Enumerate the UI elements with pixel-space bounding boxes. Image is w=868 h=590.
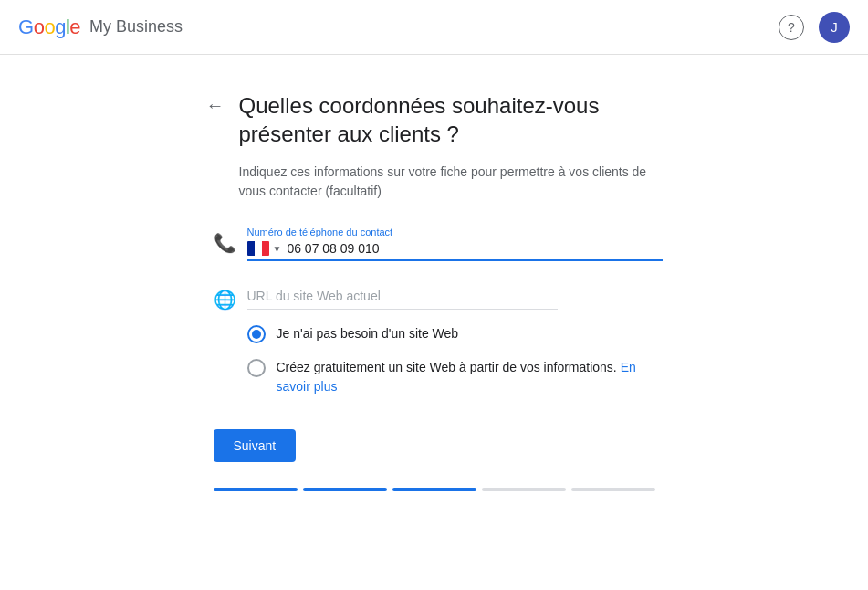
- website-options: Je n'ai pas besoin d'un site Web Créez g…: [247, 283, 663, 411]
- logo-g-blue: G: [18, 16, 34, 39]
- radio-no-site-circle[interactable]: [247, 325, 266, 343]
- progress-bar: [206, 488, 663, 491]
- website-row: 🌐 Je n'ai pas besoin d'un site Web: [214, 283, 663, 411]
- progress-segment-2: [303, 488, 387, 491]
- form-container: ← Quelles coordonnées souhaitez-vous pré…: [206, 91, 663, 491]
- progress-segment-5: [571, 488, 655, 491]
- header-right: ? J: [779, 12, 850, 43]
- header: Google My Business ? J: [0, 0, 868, 55]
- phone-label: Numéro de téléphone du contact: [247, 227, 663, 237]
- radio-no-site[interactable]: Je n'ai pas besoin d'un site Web: [247, 324, 663, 343]
- main-content: ← Quelles coordonnées souhaitez-vous pré…: [0, 55, 868, 491]
- country-selector[interactable]: ▼: [247, 241, 282, 256]
- logo-o-red: o: [34, 16, 45, 39]
- avatar[interactable]: J: [819, 12, 850, 43]
- title-row: ← Quelles coordonnées souhaitez-vous pré…: [206, 91, 663, 148]
- progress-segment-1: [214, 488, 298, 491]
- back-button[interactable]: ←: [206, 95, 225, 116]
- page-subtitle: Indiquez ces informations sur votre fich…: [239, 163, 663, 201]
- url-input-group: [247, 283, 663, 310]
- header-title: My Business: [89, 17, 183, 37]
- logo-g2-blue: g: [55, 16, 66, 39]
- chevron-down-icon: ▼: [273, 244, 282, 254]
- phone-input-row: ▼: [247, 241, 663, 261]
- header-left: Google My Business: [18, 16, 183, 39]
- suivant-button[interactable]: Suivant: [214, 429, 297, 462]
- french-flag: [247, 241, 269, 256]
- radio-create-site[interactable]: Créez gratuitement un site Web à partir …: [247, 358, 663, 396]
- radio-create-site-circle[interactable]: [247, 359, 266, 377]
- phone-number-input[interactable]: [287, 241, 662, 256]
- radio-no-site-label: Je n'ai pas besoin d'un site Web: [277, 324, 459, 343]
- progress-segment-3: [392, 488, 476, 491]
- radio-create-site-text: Créez gratuitement un site Web à partir …: [277, 360, 617, 374]
- logo-e-red: e: [69, 16, 80, 39]
- globe-icon: 🌐: [214, 283, 236, 311]
- help-icon[interactable]: ?: [779, 15, 804, 40]
- phone-icon: 📞: [214, 232, 236, 261]
- progress-segment-4: [482, 488, 566, 491]
- phone-row: 📞 Numéro de téléphone du contact ▼: [214, 227, 663, 261]
- page-title: Quelles coordonnées souhaitez-vous prése…: [239, 91, 663, 148]
- radio-no-site-inner: [252, 330, 261, 339]
- phone-input-group: Numéro de téléphone du contact ▼: [247, 227, 663, 261]
- url-input[interactable]: [247, 283, 558, 310]
- radio-create-site-label: Créez gratuitement un site Web à partir …: [277, 358, 663, 396]
- logo-o-yellow: o: [44, 16, 55, 39]
- google-logo: Google: [18, 16, 80, 39]
